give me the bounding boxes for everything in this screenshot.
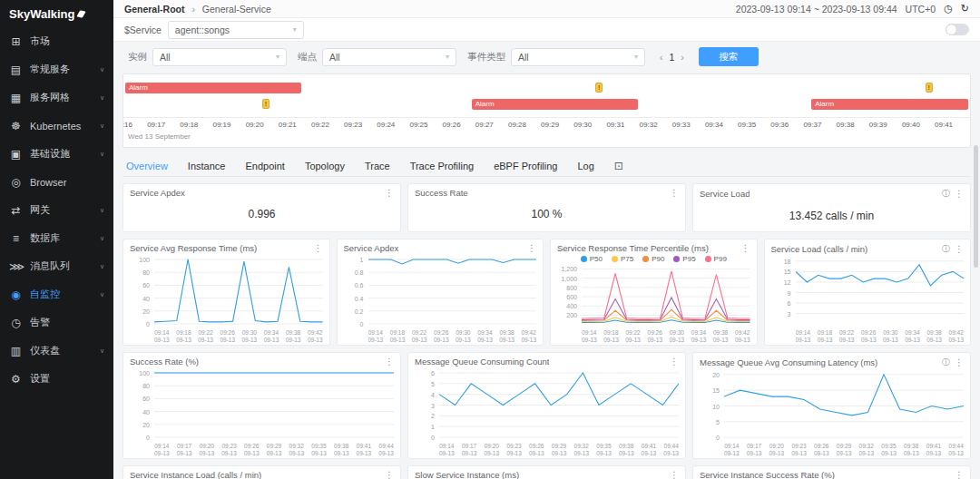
service-variable-label: $Service (124, 24, 162, 35)
chart-card-service-apdex: Service Apdex ⋮ 00.20.40.60.8109:1409-13… (337, 239, 544, 346)
line-chart: 2004006008001,0001,20009:1409-1309:1809-… (551, 263, 757, 345)
kebab-menu-icon[interactable]: ⋮ (385, 188, 394, 198)
sidebar-item-alarm[interactable]: ◷告警 (0, 308, 113, 337)
timeline-tick: 09:35 (738, 121, 756, 129)
event-type-select[interactable]: All ▾ (511, 48, 645, 66)
vertical-scrollbar[interactable] (974, 145, 978, 268)
kebab-menu-icon[interactable]: ⋮ (670, 357, 679, 367)
kebab-menu-icon[interactable]: ⋮ (955, 357, 964, 367)
time-range[interactable]: 2023-09-13 09:14 ~ 2023-09-13 09:44 (736, 4, 897, 15)
alarm-bar[interactable]: Alarm (472, 99, 639, 110)
timeline-tick: 09:22 (311, 121, 329, 129)
kebab-menu-icon[interactable]: ⋮ (670, 188, 679, 198)
event-marker-icon[interactable]: ! (262, 99, 270, 109)
sidebar-item-label: 数据库 (30, 231, 100, 245)
sidebar-item-service-mesh[interactable]: ▦服务网格∨ (0, 83, 113, 112)
timeline-tick: 09:28 (508, 121, 526, 129)
stat-card-service-apdex: Service Apdex ⋮ 0.996 (122, 183, 401, 232)
legend-item[interactable]: P99 (705, 255, 727, 263)
sidebar-item-browser[interactable]: ◎Browser (0, 168, 113, 196)
line-chart: 0510152009:1409-1309:1709-1309:2009-1309… (693, 368, 970, 458)
timeline-bars-area: AlarmAlarmAlarm!!! (125, 77, 968, 117)
info-icon[interactable]: ⓘ (942, 243, 950, 255)
kebab-menu-icon[interactable]: ⋮ (955, 244, 964, 254)
clock-icon[interactable]: ◷ (944, 3, 953, 15)
kebab-menu-icon[interactable]: ⋮ (527, 243, 536, 253)
timeline-tick: 09:17 (147, 121, 165, 129)
sidebar-item-gateway[interactable]: ⇄网关∨ (0, 196, 113, 224)
event-type-filter-label: 事件类型 (467, 51, 505, 64)
info-icon[interactable]: ⓘ (942, 357, 950, 368)
kebab-menu-icon[interactable]: ⋮ (955, 189, 964, 199)
sidebar-item-database[interactable]: ≡数据库∨ (0, 224, 113, 252)
sidebar-menu: ⊞市场▤常规服务∨▦服务网格∨☸Kubernetes∨▣基础设施∨◎Browse… (0, 27, 113, 393)
sidebar-item-label: Browser (30, 177, 104, 188)
service-select[interactable]: agent::songs ▾ (168, 21, 304, 39)
kebab-menu-icon[interactable]: ⋮ (314, 243, 323, 253)
kebab-menu-icon[interactable]: ⋮ (385, 470, 394, 479)
tab-endpoint[interactable]: Endpoint (245, 161, 284, 171)
chevron-down-icon: ∨ (100, 347, 104, 355)
pagination-prev-icon[interactable]: ‹ (660, 52, 663, 63)
timeline-tick: 09:20 (246, 121, 264, 129)
alarm-bar[interactable]: Alarm (811, 99, 968, 110)
chart-card-service-load: Service Load (calls / min) ⓘ ⋮ 369121518… (764, 239, 972, 346)
browser-icon: ◎ (9, 176, 23, 189)
event-marker-icon[interactable]: ! (595, 83, 603, 93)
chart-card-mq-consuming-count: Message Queue Consuming Count ⋮ 01234560… (407, 352, 686, 459)
chevron-down-icon: ∨ (100, 94, 104, 102)
chevron-down-icon: ▾ (634, 53, 638, 61)
instance-select[interactable]: All ▾ (152, 48, 287, 66)
legend-item[interactable]: P75 (612, 255, 633, 263)
stat-value: 0.996 (123, 208, 400, 220)
alarm-bar[interactable]: Alarm (125, 83, 301, 93)
sidebar-item-marketplace[interactable]: ⊞市场 (0, 27, 113, 55)
pagination-next-icon[interactable]: › (681, 52, 684, 63)
infrastructure-icon: ▣ (9, 148, 23, 161)
tab-instance[interactable]: Instance (188, 161, 226, 171)
chart-title: Service Load (calls / min) (771, 244, 868, 254)
sidebar-item-self-observability[interactable]: ◉自监控∨ (0, 280, 113, 308)
timeline-tick: 09:16 (123, 121, 132, 129)
stat-cards-row: Service Apdex ⋮ 0.996 Success Rate ⋮ 100… (122, 183, 971, 232)
timeline-tick: 09:36 (770, 121, 789, 129)
topbar: General-Root › General-Service 2023-09-1… (113, 0, 980, 18)
kebab-menu-icon[interactable]: ⋮ (955, 470, 964, 479)
search-button[interactable]: 搜索 (699, 47, 759, 66)
tab-ebpf-profiling[interactable]: eBPF Profiling (494, 161, 557, 171)
sidebar-item-message-queue[interactable]: ⋙消息队列∨ (0, 252, 113, 280)
tab-overview[interactable]: Overview (126, 161, 168, 171)
tab-trace-profiling[interactable]: Trace Profiling (410, 161, 475, 171)
timeline-tick: 09:37 (803, 121, 821, 129)
chevron-down-icon: ∨ (100, 235, 104, 242)
panel-layers-icon[interactable]: ⊡ (614, 160, 623, 172)
timezone-selector[interactable]: UTC+0 (906, 4, 936, 15)
sidebar-item-settings[interactable]: ⚙设置 (0, 365, 113, 393)
legend-item[interactable]: P95 (673, 255, 695, 263)
breadcrumb-root[interactable]: General-Root (124, 4, 185, 15)
event-marker-icon[interactable]: ! (926, 83, 933, 93)
legend-item[interactable]: P90 (642, 255, 664, 263)
endpoint-select[interactable]: All ▾ (322, 48, 456, 66)
dashboards-icon: ▥ (9, 345, 23, 357)
edit-mode-toggle[interactable] (946, 24, 969, 35)
timeline-tick: 09:23 (344, 121, 362, 129)
kebab-menu-icon[interactable]: ⋮ (741, 243, 750, 253)
pagination-current-page[interactable]: 1 (670, 52, 675, 63)
legend-item[interactable]: P50 (581, 255, 603, 263)
sidebar-item-kubernetes[interactable]: ☸Kubernetes∨ (0, 112, 113, 140)
tab-topology[interactable]: Topology (305, 161, 345, 171)
tab-log[interactable]: Log (577, 161, 593, 171)
refresh-icon[interactable]: ↻ (961, 3, 969, 15)
info-icon[interactable]: ⓘ (942, 188, 950, 200)
kebab-menu-icon[interactable]: ⋮ (670, 470, 679, 479)
sidebar-item-dashboards[interactable]: ▥仪表盘∨ (0, 337, 113, 365)
endpoint-select-value: All (329, 52, 340, 63)
kebab-menu-icon[interactable]: ⋮ (385, 357, 394, 367)
sidebar-item-infrastructure[interactable]: ▣基础设施∨ (0, 140, 113, 168)
event-filter-bar: 实例 All ▾ 端点 All ▾ 事件类型 All ▾ ‹ 1 (122, 47, 971, 66)
tab-trace[interactable]: Trace (365, 161, 390, 171)
timeline-axis: 09:1609:1709:1809:1909:2009:2109:2209:23… (123, 117, 970, 131)
sidebar-item-label: 常规服务 (30, 63, 100, 76)
sidebar-item-general-service[interactable]: ▤常规服务∨ (0, 55, 113, 83)
